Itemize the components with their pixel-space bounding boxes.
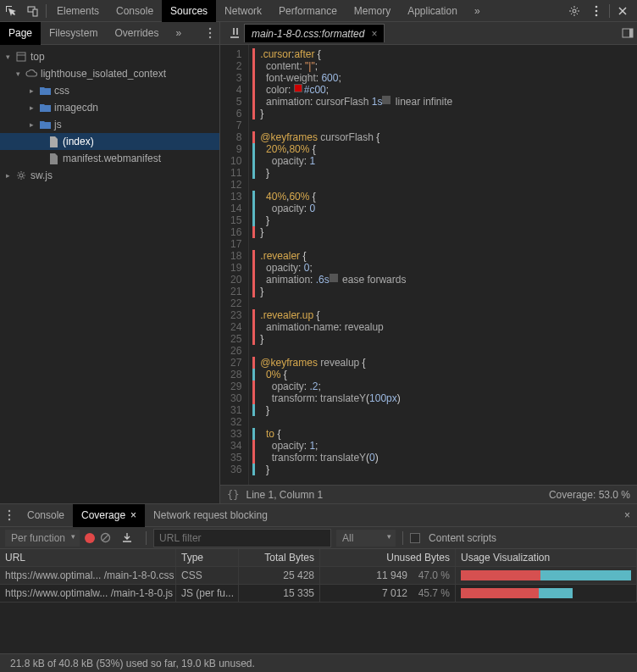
- svg-rect-13: [236, 28, 238, 35]
- col-type[interactable]: Type: [176, 549, 239, 566]
- editor-pane: main-1-8-0.css:formatted× 12345678910111…: [220, 22, 637, 503]
- col-total[interactable]: Total Bytes: [239, 549, 320, 566]
- tree-folder-css[interactable]: ▸css: [0, 82, 219, 99]
- close-tab-icon[interactable]: ×: [371, 28, 377, 40]
- navigator-menu-icon[interactable]: [201, 22, 219, 45]
- tree-top[interactable]: ▾top: [0, 48, 219, 65]
- kebab-icon[interactable]: [585, 0, 607, 22]
- file-icon: [47, 153, 59, 164]
- col-unused[interactable]: Unused Bytes: [320, 549, 456, 566]
- tab-sources[interactable]: Sources: [162, 0, 216, 22]
- cursor-position: Line 1, Column 1: [246, 489, 323, 501]
- coverage-status: Coverage: 53.0 %: [549, 489, 630, 501]
- tree-label: top: [30, 51, 45, 63]
- service-worker-icon: [15, 169, 27, 181]
- subtab-page[interactable]: Page: [0, 22, 41, 45]
- tree-file-manifest[interactable]: manifest.webmanifest: [0, 150, 219, 167]
- pretty-print-icon[interactable]: {}: [227, 489, 239, 501]
- tree-label: lighthouse_isolated_context: [41, 68, 166, 80]
- tree-label: imagecdn: [54, 102, 98, 114]
- file-icon: [47, 136, 59, 147]
- svg-point-17: [8, 510, 10, 512]
- col-url[interactable]: URL: [0, 549, 176, 566]
- tree-label: sw.js: [30, 169, 53, 181]
- table-row[interactable]: https://www.optimal... /main-1-8-0.cssCS…: [0, 567, 637, 585]
- clear-icon[interactable]: [100, 532, 117, 543]
- drawer: Console Coverage× Network request blocki…: [0, 504, 637, 672]
- svg-point-4: [595, 9, 598, 12]
- content-scripts-checkbox[interactable]: [410, 533, 420, 543]
- url-filter-input[interactable]: [153, 529, 331, 547]
- tree-sw[interactable]: ▸sw.js: [0, 167, 219, 184]
- tab-application[interactable]: Application: [399, 0, 466, 22]
- coverage-table: URL Type Total Bytes Unused Bytes Usage …: [0, 549, 637, 653]
- code-editor[interactable]: 1234567891011121314151617181920212223242…: [220, 45, 637, 485]
- folder-icon: [39, 102, 51, 114]
- tabs-overflow[interactable]: »: [466, 0, 489, 22]
- editor-tab-label: main-1-8-0.css:formatted: [252, 28, 364, 40]
- tree-file-index[interactable]: (index): [0, 133, 219, 150]
- tree-folder-js[interactable]: ▸js: [0, 116, 219, 133]
- debugger-icon[interactable]: [225, 22, 244, 45]
- tab-memory[interactable]: Memory: [346, 0, 399, 22]
- svg-point-2: [573, 9, 576, 13]
- coverage-summary: 21.8 kB of 40.8 kB (53%) used so far, 19…: [0, 653, 637, 672]
- svg-rect-9: [17, 53, 25, 61]
- drawer-close-icon[interactable]: ×: [618, 509, 637, 521]
- folder-icon: [39, 119, 51, 131]
- svg-rect-1: [33, 9, 37, 16]
- svg-rect-16: [629, 29, 633, 37]
- svg-point-11: [19, 174, 23, 177]
- tree-label: css: [54, 85, 69, 97]
- svg-point-7: [209, 32, 211, 34]
- svg-point-19: [8, 519, 10, 520]
- svg-point-3: [595, 5, 598, 8]
- inspect-icon[interactable]: [0, 0, 22, 22]
- tab-console[interactable]: Console: [108, 0, 162, 22]
- drawer-menu-icon[interactable]: [0, 504, 19, 527]
- window-icon: [15, 51, 27, 63]
- main-tabs: Elements Console Sources Network Perform…: [48, 0, 489, 22]
- tree-label: js: [54, 119, 62, 131]
- drawer-tab-console[interactable]: Console: [19, 504, 73, 527]
- subtabs-overflow[interactable]: »: [167, 22, 190, 45]
- svg-point-18: [8, 514, 10, 516]
- tab-performance[interactable]: Performance: [270, 0, 346, 22]
- close-icon[interactable]: [612, 0, 634, 22]
- tree-label: (index): [63, 136, 94, 147]
- col-viz[interactable]: Usage Visualization: [456, 549, 637, 566]
- tab-network[interactable]: Network: [216, 0, 270, 22]
- tree-label: manifest.webmanifest: [63, 153, 161, 164]
- navigator-pane: Page Filesystem Overrides » ▾top ▾lighth…: [0, 22, 220, 503]
- gear-icon[interactable]: [563, 0, 585, 22]
- coverage-mode-select[interactable]: Per function: [5, 530, 80, 547]
- subtab-filesystem[interactable]: Filesystem: [41, 22, 106, 45]
- table-row[interactable]: https://www.optimalw... /main-1-8-0.jsJS…: [0, 585, 637, 603]
- svg-rect-12: [233, 28, 235, 35]
- cloud-icon: [25, 68, 37, 80]
- dock-icon[interactable]: [618, 22, 637, 45]
- coverage-filter-select[interactable]: All: [336, 530, 396, 547]
- svg-point-8: [209, 36, 211, 38]
- device-icon[interactable]: [22, 0, 44, 22]
- record-button[interactable]: [85, 533, 95, 543]
- tree-context[interactable]: ▾lighthouse_isolated_context: [0, 65, 219, 82]
- drawer-tab-label: Coverage: [81, 509, 125, 521]
- svg-point-5: [595, 14, 598, 16]
- subtab-overrides[interactable]: Overrides: [106, 22, 167, 45]
- svg-rect-14: [230, 36, 239, 38]
- content-scripts-label: Content scripts: [429, 532, 496, 544]
- file-tree: ▾top ▾lighthouse_isolated_context ▸css ▸…: [0, 45, 219, 503]
- coverage-toolbar: Per function All Content scripts: [0, 527, 637, 549]
- editor-status-bar: {} Line 1, Column 1 Coverage: 53.0 %: [220, 485, 637, 503]
- export-icon[interactable]: [122, 532, 139, 543]
- svg-point-6: [209, 28, 211, 30]
- drawer-tab-nrb[interactable]: Network request blocking: [145, 504, 276, 527]
- drawer-tab-coverage[interactable]: Coverage×: [73, 504, 145, 527]
- tree-folder-imagecdn[interactable]: ▸imagecdn: [0, 99, 219, 116]
- close-tab-icon[interactable]: ×: [130, 509, 136, 521]
- editor-tab[interactable]: main-1-8-0.css:formatted×: [244, 24, 385, 42]
- folder-icon: [39, 85, 51, 97]
- tab-elements[interactable]: Elements: [48, 0, 108, 22]
- main-toolbar: Elements Console Sources Network Perform…: [0, 0, 637, 22]
